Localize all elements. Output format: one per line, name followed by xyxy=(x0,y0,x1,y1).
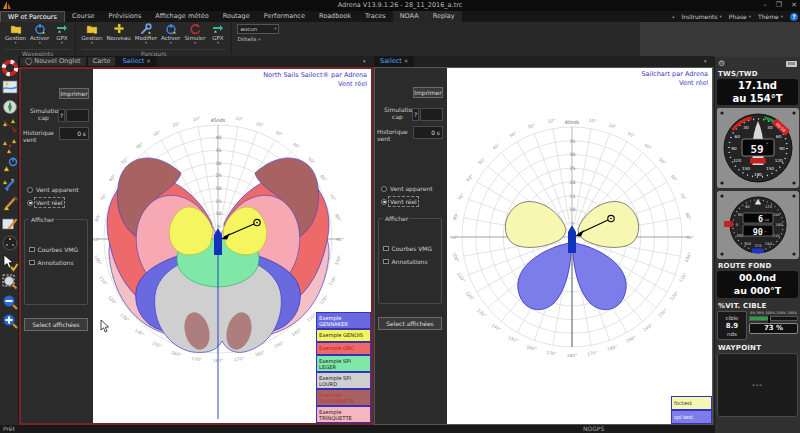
tab-sailect-left[interactable]: Sailect✕ xyxy=(116,56,156,67)
menu-tab-course[interactable]: Course xyxy=(65,11,102,22)
menu-instruments[interactable]: Instruments▾ xyxy=(681,13,721,20)
map-icon[interactable] xyxy=(1,78,19,96)
radio-vent-apparent[interactable]: Vent apparent xyxy=(381,185,433,192)
menu-theme[interactable]: Thème▾ xyxy=(758,13,783,20)
menu-tab-performance[interactable]: Performance xyxy=(257,11,312,22)
legend-item[interactable]: foctest xyxy=(671,396,712,410)
svg-text:150: 150 xyxy=(766,166,774,171)
svg-text:180: 180 xyxy=(776,223,784,227)
menu-tab-traces[interactable]: Traces xyxy=(358,11,393,22)
menu-tab-affichage-m-t-o[interactable]: Affichage météo xyxy=(148,11,215,22)
ribbon-button-gpx[interactable]: GPX▾ xyxy=(53,23,70,49)
tab-carte[interactable]: Carte xyxy=(87,56,117,67)
status-gps: NOGPS xyxy=(583,425,604,433)
waypoint-arrow-icon[interactable] xyxy=(1,176,19,194)
checkbox-annotations[interactable]: Annotations xyxy=(383,258,428,265)
ribbon-button-gestion[interactable]: Gestion▾ xyxy=(5,23,26,49)
waypoint-edit-icon[interactable] xyxy=(1,195,19,213)
svg-text:140°: 140° xyxy=(134,328,145,338)
zoom-out-icon[interactable] xyxy=(1,293,19,311)
gpx-icon xyxy=(53,23,70,35)
left-panel-controls: Imprimer Simulation cap ? Historique ven… xyxy=(21,69,93,423)
cursor-check-icon[interactable] xyxy=(1,254,19,272)
restore-button[interactable]: ❐ xyxy=(776,0,782,11)
ribbon-button-nouveau[interactable]: Nouveau xyxy=(106,23,130,49)
svg-text:°: ° xyxy=(766,142,768,147)
ribbon-button-activer[interactable]: Activer▾ xyxy=(161,23,180,49)
close-button[interactable]: ✕ xyxy=(791,0,797,11)
print-button[interactable]: Imprimer xyxy=(59,88,89,99)
tab-sailect-right[interactable]: Sailect✕ xyxy=(374,56,414,67)
left-chart-title: North Sails Sailect® par AdrenaVent réel xyxy=(263,71,367,88)
close-tab-icon[interactable]: ✕ xyxy=(146,57,151,66)
menu-tab-noaa[interactable]: NOAA xyxy=(393,11,426,22)
legend-item[interactable]: Exemple TRINQUETTE xyxy=(316,406,371,423)
chevron-down-icon[interactable]: ▾ xyxy=(704,58,707,64)
legend-item[interactable]: Exemple SPI LOURD xyxy=(316,372,371,389)
lobe-foctest xyxy=(578,202,639,248)
help-icon[interactable]: ? xyxy=(790,13,798,21)
menu-tab-wp-et-parcours[interactable]: WP et Parcours xyxy=(0,11,65,22)
waypoints-cluster-icon[interactable] xyxy=(1,137,19,155)
waypoint-route-icon[interactable] xyxy=(1,117,19,135)
right-polar-chart[interactable]: Sailchart par AdrenaVent réel 5101520253… xyxy=(447,68,712,424)
legend-item[interactable]: Exemple GENNAKER xyxy=(316,312,371,329)
lifebuoy-icon[interactable] xyxy=(1,59,19,77)
cap-input[interactable] xyxy=(420,108,443,121)
historique-vent-input[interactable]: 0 s xyxy=(59,127,89,140)
select-affichees-button[interactable]: Select affichées xyxy=(378,317,442,330)
cap-input[interactable] xyxy=(66,109,89,122)
simulation-toggle[interactable]: ? xyxy=(58,109,65,122)
svg-text:40nds: 40nds xyxy=(565,120,580,125)
tab-nouvel-onglet[interactable]: ◯ Nouvel Onglet xyxy=(19,56,87,67)
simulation-toggle[interactable]: ? xyxy=(412,108,419,121)
close-tab-icon[interactable]: ✕ xyxy=(404,57,409,66)
legend-item[interactable]: Exemple ORC xyxy=(316,342,371,355)
legend-item[interactable]: spi test xyxy=(671,410,712,424)
map-edit-icon[interactable] xyxy=(1,215,19,233)
legend-item[interactable]: Exemple SPI LEGER xyxy=(316,355,371,372)
legend-item[interactable]: Exemple GENOIS xyxy=(316,329,371,342)
gpx-icon xyxy=(209,23,226,35)
checkbox-annotations[interactable]: Annotations xyxy=(29,259,74,266)
details-dropdown[interactable]: Détails ▾ xyxy=(237,36,279,42)
ribbon-button-gestion[interactable]: Gestion▾ xyxy=(81,23,102,49)
checkbox-courbes-vmg[interactable]: Courbes VMG xyxy=(29,246,78,253)
chevron-down-icon[interactable]: ▾ xyxy=(363,58,366,64)
legend-item[interactable]: Exemple TOURMENTIN xyxy=(316,389,371,406)
checkbox-courbes-vmg[interactable]: Courbes VMG xyxy=(383,245,432,252)
historique-vent-input[interactable]: 0 s xyxy=(413,126,443,139)
menu-tab-routage[interactable]: Routage xyxy=(216,11,257,22)
afficher-group: Afficher Courbes VMG Annotations xyxy=(378,218,442,304)
ribbon-button-gpx[interactable]: GPX▾ xyxy=(209,23,226,49)
zoom-in-icon[interactable] xyxy=(1,312,19,330)
wrench-icon xyxy=(135,23,157,35)
collapse-ribbon-icon[interactable]: ▴ xyxy=(672,14,674,19)
select-affichees-button[interactable]: Select affichées xyxy=(24,318,88,331)
svg-text:110°: 110° xyxy=(678,272,688,283)
print-button[interactable]: Imprimer xyxy=(413,87,443,98)
ribbon-button-simuler[interactable]: Simuler▾ xyxy=(184,23,205,49)
menu-tab-replay[interactable]: Replay xyxy=(426,11,462,22)
ribbon: Gestion▾Activer▾GPX▾WaypointsGestion▾Nou… xyxy=(0,22,800,57)
radio-vent-reel[interactable]: Vent réel xyxy=(381,198,417,205)
menu-tab-pr-visions[interactable]: Prévisions xyxy=(102,11,149,22)
gear-icon[interactable]: ⚙ xyxy=(718,59,725,68)
waypoint-activate-icon[interactable] xyxy=(1,156,19,174)
course-select[interactable]: aucun▾ xyxy=(237,24,279,34)
boat-marker xyxy=(568,225,576,253)
minimize-button[interactable]: – xyxy=(763,0,767,11)
svg-text:20°: 20° xyxy=(255,121,264,128)
ribbon-button-activer[interactable]: Activer▾ xyxy=(30,23,49,49)
zoom-select-icon[interactable] xyxy=(1,273,19,291)
dial-dark-icon[interactable] xyxy=(1,234,19,252)
menu-tab-roadbook[interactable]: Roadbook xyxy=(312,11,358,22)
menu-phase[interactable]: Phase▾ xyxy=(729,13,751,20)
radio-vent-reel[interactable]: Vent réel xyxy=(27,199,63,206)
svg-text:160°: 160° xyxy=(254,350,265,358)
mouse-cursor-icon xyxy=(100,320,110,333)
left-polar-chart[interactable]: North Sails Sailect® par AdrenaVent réel xyxy=(93,69,371,423)
ribbon-button-modifier[interactable]: Modifier▾ xyxy=(135,23,157,49)
compass-icon[interactable] xyxy=(1,98,19,116)
radio-vent-apparent[interactable]: Vent apparent xyxy=(27,186,79,193)
